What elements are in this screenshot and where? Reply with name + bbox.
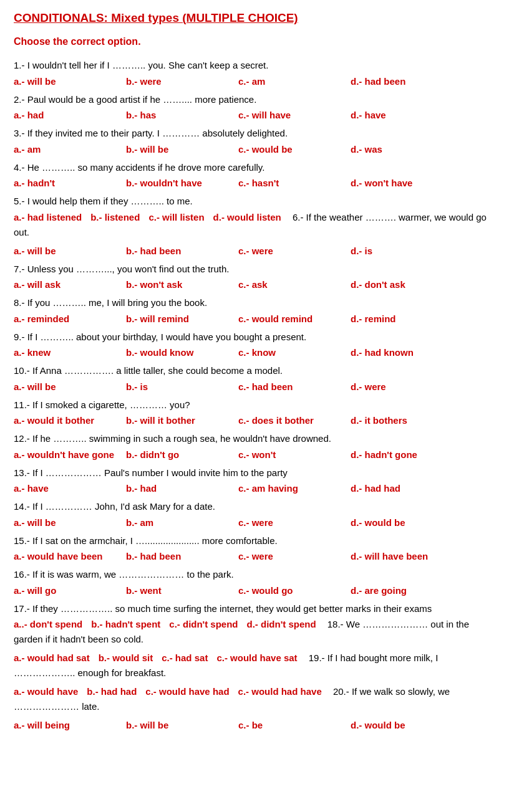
question-text-7: 7.- Unless you ………..., you won't find ou… — [14, 262, 495, 277]
option-c: c.- had been — [238, 380, 344, 394]
options-line: a.- would it botherb.- will it botherc.-… — [14, 413, 495, 428]
option-c: c.- am — [238, 74, 344, 89]
option-d: d.- would be — [351, 718, 457, 733]
question-block-17: 17.- If they …………….. so much time surfin… — [14, 602, 495, 647]
option-5-2: c.- will listen — [148, 212, 204, 222]
option-c: c.- were — [238, 549, 344, 564]
option-19_options-0: a.- would have — [14, 686, 78, 697]
option-18_options-1: b.- would sit — [99, 652, 153, 663]
question-block-20_options: a.- will beingb.- will bec.- bed.- would… — [14, 718, 495, 733]
combined-options-line-5: a.- had listenedb.- listenedc.- will lis… — [14, 210, 495, 240]
option-5-0: a.- had listened — [14, 212, 82, 222]
question-block-16: 16.- If it is was warm, we ………………… to th… — [14, 568, 495, 598]
option-b: b.- will be — [126, 718, 232, 733]
question-block-10: 10.- If Anna ……………. a little taller, she… — [14, 364, 495, 394]
option-d: d.- are going — [351, 583, 457, 598]
combined-options-line-19_options: a.- would haveb.- had hadc.- would have … — [14, 684, 495, 714]
option-a: a.- will be — [14, 74, 120, 89]
options-line: a.- would have beenb.- had beenc.- wered… — [14, 549, 495, 564]
options-line: a.- will askb.- won't askc.- askd.- don'… — [14, 277, 495, 292]
options-line: a.- will gob.- wentc.- would god.- are g… — [14, 583, 495, 598]
combined-options-line-18_options: a.- would had satb.- would sitc.- had sa… — [14, 651, 495, 681]
option-d: d.- it bothers — [351, 413, 457, 428]
option-d: d.- was — [351, 142, 457, 157]
question-text-4: 4.- He ……….. so many accidents if he dro… — [14, 161, 495, 175]
option-d: d.- would be — [351, 515, 457, 530]
option-b: b.- didn't go — [126, 447, 232, 462]
question-block-3: 3.- If they invited me to their party. I… — [14, 127, 495, 157]
inline-question-text: 20.- If we walk so slowly, we ………………… la… — [14, 686, 450, 712]
options-line: a.- remindedb.- will remindc.- would rem… — [14, 312, 495, 327]
option-d: d.- remind — [351, 312, 457, 327]
option-a: a.- would it bother — [14, 413, 120, 428]
option-d: d.- had known — [351, 345, 457, 360]
option-a: a.- have — [14, 481, 120, 496]
option-c: c.- ask — [238, 277, 344, 292]
option-a: a.- hadn't — [14, 176, 120, 191]
options-line: a.- amb.- will bec.- would bed.- was — [14, 142, 495, 157]
options-line: a.- will beb.- amc.- wered.- would be — [14, 515, 495, 530]
option-b: b.- am — [126, 515, 232, 530]
option-19_options-1: b.- had had — [87, 686, 137, 697]
question-text-3: 3.- If they invited me to their party. I… — [14, 127, 495, 141]
question-text-1: 1.- I wouldn't tell her if I ……….. you. … — [14, 59, 495, 73]
options-line: a.- knewb.- would knowc.- knowd.- had kn… — [14, 345, 495, 360]
option-a: a.- will be — [14, 244, 120, 259]
options-line: a.- wouldn't have goneb.- didn't goc.- w… — [14, 447, 495, 462]
option-b: b.- had — [126, 481, 232, 496]
options-line: a.- will beb.- isc.- had beend.- were — [14, 380, 495, 394]
option-17-3: d.- didn't spend — [247, 619, 316, 629]
question-block-4: 4.- He ……….. so many accidents if he dro… — [14, 161, 495, 191]
options-line: a.- will beingb.- will bec.- bed.- would… — [14, 718, 495, 733]
option-b: b.- is — [126, 380, 232, 394]
option-c: c.- would go — [238, 583, 344, 598]
question-block-12: 12.- If he ……….. swimming in such a roug… — [14, 432, 495, 462]
option-a: a.- am — [14, 142, 120, 157]
option-19_options-2: c.- would have had — [145, 686, 229, 697]
question-text-14: 14.- If I …………… John, I'd ask Mary for a… — [14, 500, 495, 514]
option-d: d.- don't ask — [351, 277, 457, 292]
option-b: b.- has — [126, 108, 232, 123]
option-b: b.- will it bother — [126, 413, 232, 428]
option-18_options-3: c.- would have sat — [216, 652, 297, 663]
options-line: a.- hadn'tb.- wouldn't havec.- hasn'td.-… — [14, 176, 495, 191]
option-a: a.- would have been — [14, 549, 120, 564]
question-text-16: 16.- If it is was warm, we ………………… to th… — [14, 568, 495, 582]
option-c: c.- am having — [238, 481, 344, 496]
question-text-12: 12.- If he ……….. swimming in such a roug… — [14, 432, 495, 446]
question-text-9: 9.- If I ……….. about your birthday, I wo… — [14, 330, 495, 345]
option-b: b.- wouldn't have — [126, 176, 232, 191]
option-18_options-0: a.- would had sat — [14, 652, 90, 663]
question-block-14: 14.- If I …………… John, I'd ask Mary for a… — [14, 500, 495, 530]
option-b: b.- will remind — [126, 312, 232, 327]
option-c: c.- know — [238, 345, 344, 360]
option-c: c.- would be — [238, 142, 344, 157]
question-text-2: 2.- Paul would be a good artist if he ……… — [14, 93, 495, 107]
question-text-10: 10.- If Anna ……………. a little taller, she… — [14, 364, 495, 378]
question-text-13: 13.- If I ……………… Paul's number I would i… — [14, 466, 495, 480]
option-b: b.- had been — [126, 244, 232, 259]
options-line: a.- haveb.- hadc.- am havingd.- had had — [14, 481, 495, 496]
option-a: a.- knew — [14, 345, 120, 360]
option-a: a.- will being — [14, 718, 120, 733]
option-17-2: c.- didn't spend — [169, 619, 238, 629]
option-b: b.- were — [126, 74, 232, 89]
option-b: b.- went — [126, 583, 232, 598]
option-d: d.- will have been — [351, 549, 457, 564]
option-c: c.- will have — [238, 108, 344, 123]
question-block-15: 15.- If I sat on the armchair, I …......… — [14, 534, 495, 565]
option-c: c.- would remind — [238, 312, 344, 327]
option-c: c.- won't — [238, 447, 344, 462]
page-title: CONDITIONALS: Mixed types (MULTIPLE CHOI… — [14, 11, 495, 25]
question-text-11: 11.- If I smoked a cigarette, ………… you? — [14, 398, 495, 413]
option-a: a.- will ask — [14, 277, 120, 292]
option-c: c.- were — [238, 244, 344, 259]
question-text-15: 15.- If I sat on the armchair, I …......… — [14, 534, 495, 548]
options-line: a.- will beb.- werec.- amd.- had been — [14, 74, 495, 89]
options-line: a.- hadb.- hasc.- will haved.- have — [14, 108, 495, 123]
options-line: a.- will beb.- had beenc.- wered.- is — [14, 244, 495, 259]
option-17-0: a..- don't spend — [14, 619, 82, 629]
option-d: d.- won't have — [351, 176, 457, 191]
option-a: a.- reminded — [14, 312, 120, 327]
page-subtitle: Choose the correct option. — [14, 36, 495, 47]
